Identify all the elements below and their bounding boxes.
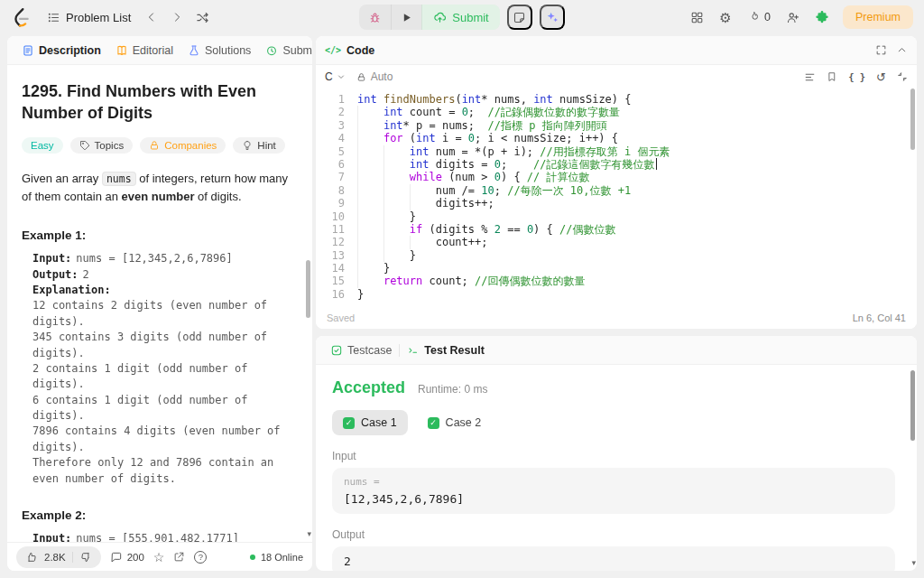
line-number: 7 (316, 171, 345, 183)
run-button[interactable] (391, 5, 421, 30)
example-body: Input:nums = [12,345,2,6,7896] Output:2 … (22, 251, 296, 487)
random-problem-button[interactable] (190, 5, 214, 29)
code-line[interactable]: 2 int count = 0; //記錄偶數位數的數字數量 (316, 106, 911, 118)
line-number: 9 (316, 197, 345, 210)
favorite-star-icon[interactable]: ☆ (153, 551, 165, 564)
tab-label: Description (39, 44, 101, 57)
vote-group: 2.8K (16, 546, 101, 568)
case-selector: ✓ Case 1 ✓ Case 2 (332, 410, 895, 435)
tab-description[interactable]: Description (16, 44, 106, 57)
language-selector[interactable]: C (325, 70, 346, 83)
top-bar: Problem List (0, 0, 924, 34)
tab-label: Solutions (205, 44, 251, 57)
code-line[interactable]: 6 int digits = 0; //記錄這個數字有幾位數 (316, 158, 911, 171)
companies-chip[interactable]: Companies (140, 137, 226, 154)
fullscreen-editor-icon[interactable] (897, 71, 908, 82)
line-number: 2 (316, 106, 345, 118)
code-line[interactable]: 1int findNumbers(int* nums, int numsSize… (316, 93, 911, 106)
debug-button[interactable] (359, 5, 391, 30)
leetcode-logo[interactable] (11, 7, 31, 27)
help-icon[interactable]: ? (194, 551, 207, 564)
testcase-input-box[interactable]: nums = [12,345,2,6,7896] (332, 468, 895, 514)
code-editor-panel: </> Code C Auto (316, 36, 917, 329)
notes-button[interactable] (507, 5, 532, 30)
text-cursor (656, 158, 658, 170)
thumbs-up-icon[interactable] (25, 551, 38, 564)
lock-icon (356, 72, 366, 82)
undo-icon[interactable]: ↺ (876, 71, 886, 83)
code-line[interactable]: 3 int* p = nums; //指標 p 指向陣列開頭 (316, 119, 911, 132)
code-line[interactable]: 16} (316, 288, 911, 301)
scroll-down-arrow[interactable]: ▾ (911, 559, 916, 567)
case-2-chip[interactable]: ✓ Case 2 (417, 410, 493, 435)
code-lines[interactable]: 1int findNumbers(int* nums, int numsSize… (316, 89, 911, 307)
code-line[interactable]: 13 } (316, 249, 911, 262)
code-line[interactable]: 15 return count; //回傳偶數位數的數量 (316, 275, 911, 287)
line-number: 6 (316, 158, 345, 171)
invite-friends-button[interactable] (781, 5, 805, 29)
format-code-icon[interactable] (804, 71, 816, 83)
submit-button[interactable]: Submit (421, 5, 499, 30)
code-panel-header: </> Code (316, 36, 917, 65)
tab-testcase[interactable]: Testcase (325, 344, 397, 357)
code-line[interactable]: 5 int num = *(p + i); //用指標存取第 i 個元素 (316, 145, 911, 158)
line-number: 3 (316, 119, 345, 132)
scroll-down-arrow[interactable]: ▾ (307, 530, 311, 538)
layout-button[interactable] (685, 5, 708, 29)
cloud-upload-icon (433, 11, 447, 24)
topics-chip[interactable]: Topics (70, 137, 134, 154)
code-line[interactable]: 10 } (316, 210, 911, 223)
prev-problem-button[interactable] (140, 5, 163, 29)
next-problem-button[interactable] (165, 5, 189, 29)
share-icon[interactable] (173, 551, 185, 563)
example-explanation: 12 contains 2 digits (even number of dig… (32, 298, 296, 487)
code-line[interactable]: 11 if (digits % 2 == 0) { //偶數位數 (316, 223, 911, 236)
code-line[interactable]: 12 count++; (316, 236, 911, 248)
problem-footer: 2.8K 200 ☆ ? 18 Online (7, 542, 312, 571)
editor-scrollbar[interactable] (910, 89, 915, 150)
problem-list-button[interactable]: Problem List (40, 7, 138, 28)
maximize-icon[interactable] (875, 44, 887, 56)
premium-button[interactable]: Premium (843, 5, 913, 29)
settings-button[interactable]: ⚙ (714, 5, 737, 29)
code-line[interactable]: 14 } (316, 262, 911, 275)
tab-solutions[interactable]: Solutions (182, 44, 256, 57)
code-line[interactable]: 7 while (num > 0) { // 計算位數 (316, 171, 911, 183)
streak-count: 0 (764, 11, 771, 23)
code-line[interactable]: 4 for (int i = 0; i < numsSize; i++) { (316, 132, 911, 144)
hint-chip[interactable]: Hint (233, 137, 284, 154)
console-scrollbar[interactable] (910, 370, 915, 441)
like-count: 2.8K (44, 552, 66, 563)
ai-assistant-button[interactable] (540, 5, 565, 30)
left-panel-scrollbar[interactable] (306, 260, 310, 318)
line-number: 16 (316, 288, 345, 301)
line-number: 12 (316, 236, 345, 248)
bracket-matching-icon[interactable]: { } (848, 71, 865, 82)
tab-test-result[interactable]: Test Result (402, 344, 489, 357)
case-passed-icon: ✓ (343, 417, 355, 429)
bookmark-icon[interactable] (827, 71, 837, 82)
run-submit-group: Submit (359, 5, 499, 30)
collapse-panel-icon[interactable] (896, 44, 908, 56)
input-value: [12,345,2,6,7896] (344, 492, 883, 506)
case-1-chip[interactable]: ✓ Case 1 (332, 410, 408, 435)
extension-puzzle-icon[interactable] (810, 5, 834, 29)
tab-editorial[interactable]: Editorial (110, 44, 179, 57)
tab-submissions[interactable]: Submissions (260, 44, 312, 57)
auto-label: Auto (371, 70, 393, 83)
lock-icon (149, 140, 160, 151)
problem-list-icon (47, 11, 60, 24)
code-tab-label: Code (346, 44, 374, 57)
tab-code[interactable]: </> Code (325, 44, 374, 57)
difficulty-badge[interactable]: Easy (22, 137, 63, 154)
problem-list-label: Problem List (66, 11, 131, 24)
saved-indicator: Saved (327, 312, 355, 323)
thumbs-down-icon[interactable] (79, 551, 92, 564)
code-line[interactable]: 8 num /= 10; //每除一次 10,位數 +1 (316, 184, 911, 197)
daily-streak-button[interactable]: 0 (743, 5, 776, 29)
comments-button[interactable]: 200 (110, 551, 144, 564)
code-line[interactable]: 9 digits++; (316, 197, 911, 210)
auto-save-toggle[interactable]: Auto (356, 70, 393, 83)
editor-status-bar: Saved Ln 6, Col 41 (316, 307, 917, 329)
console-panel: Testcase Test Result Accepted Runtime: 0… (316, 336, 917, 571)
